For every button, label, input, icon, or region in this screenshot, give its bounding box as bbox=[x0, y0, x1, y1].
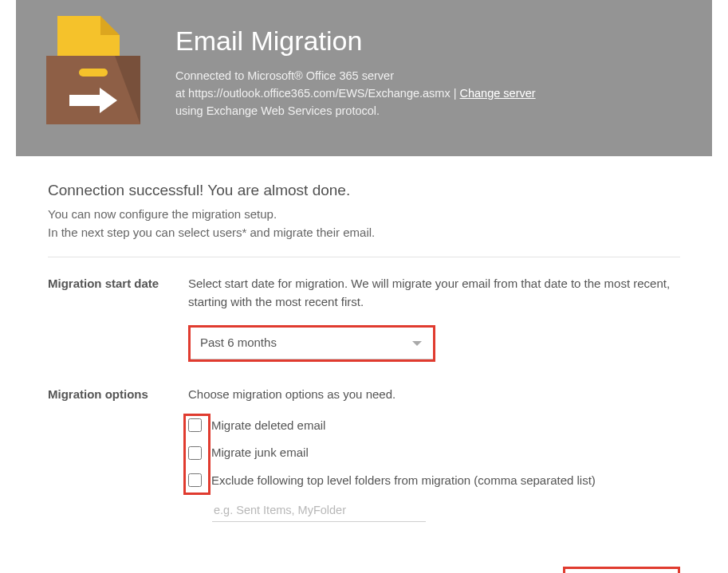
status-headline: Connection successful! You are almost do… bbox=[48, 182, 680, 199]
start-date-dropdown[interactable]: Past 6 months bbox=[191, 328, 433, 359]
status-sub-2: In the next step you can select users* a… bbox=[48, 226, 680, 239]
option-exclude-folders[interactable]: Exclude following top level folders from… bbox=[188, 472, 680, 490]
section-divider bbox=[48, 257, 680, 257]
start-date-label: Migration start date bbox=[48, 275, 188, 290]
option-migrate-deleted[interactable]: Migrate deleted email bbox=[188, 417, 680, 435]
start-date-dropdown-highlight: Past 6 months bbox=[188, 325, 435, 362]
connected-line-2: at https://outlook.office365.com/EWS/Exc… bbox=[175, 85, 536, 103]
connected-line-1: Connected to Microsoft® Office 365 serve… bbox=[175, 68, 536, 85]
change-server-link[interactable]: Change server bbox=[460, 87, 536, 100]
exclude-folders-input[interactable] bbox=[212, 499, 426, 522]
migration-drawer-icon bbox=[40, 21, 144, 124]
exclude-folders-label: Exclude following top level folders from… bbox=[211, 472, 596, 490]
options-label: Migration options bbox=[48, 386, 188, 401]
status-sub-1: You can now configure the migration setu… bbox=[48, 207, 680, 221]
start-date-selected-value: Past 6 months bbox=[200, 334, 277, 352]
migrate-junk-label: Migrate junk email bbox=[211, 444, 309, 462]
row-options: Migration options Choose migration optio… bbox=[48, 386, 680, 522]
hero-text: Email Migration Connected to Microsoft® … bbox=[175, 21, 536, 120]
row-start-date: Migration start date Select start date f… bbox=[48, 275, 680, 362]
options-description: Choose migration options as you need. bbox=[188, 386, 680, 404]
exclude-folders-checkbox[interactable] bbox=[188, 473, 202, 487]
exclude-folders-input-wrap bbox=[212, 499, 680, 522]
select-users-highlight: SELECT USERS bbox=[563, 567, 680, 573]
cancel-button[interactable]: CANCEL bbox=[480, 569, 542, 573]
migrate-deleted-checkbox[interactable] bbox=[188, 418, 202, 432]
server-url-text: at https://outlook.office365.com/EWS/Exc… bbox=[175, 87, 460, 100]
email-migration-dialog: Email Migration Connected to Microsoft® … bbox=[16, 0, 712, 573]
options-checkbox-group: Migrate deleted email Migrate junk email… bbox=[188, 417, 680, 523]
option-migrate-junk[interactable]: Migrate junk email bbox=[188, 444, 680, 462]
migrate-deleted-label: Migrate deleted email bbox=[211, 417, 325, 435]
page-title: Email Migration bbox=[175, 26, 536, 57]
dialog-body: Connection successful! You are almost do… bbox=[16, 156, 712, 522]
start-date-description: Select start date for migration. We will… bbox=[188, 275, 680, 311]
migrate-junk-checkbox[interactable] bbox=[188, 446, 202, 460]
hero-banner: Email Migration Connected to Microsoft® … bbox=[16, 0, 712, 156]
chevron-down-icon bbox=[412, 341, 422, 346]
connected-line-3: using Exchange Web Services protocol. bbox=[175, 103, 536, 120]
dialog-footer: CANCEL SELECT USERS bbox=[16, 546, 712, 573]
